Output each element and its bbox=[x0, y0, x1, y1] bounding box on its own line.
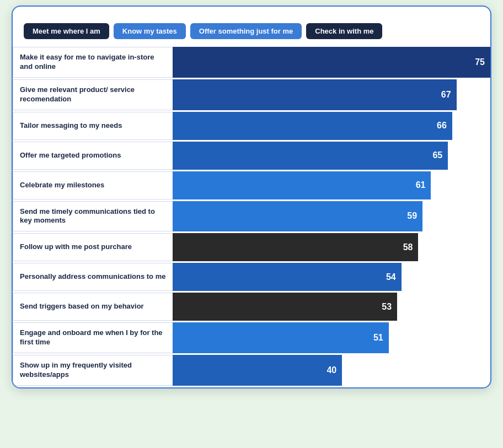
bar-row: Personally address communications to me5… bbox=[13, 263, 490, 293]
bar-value: 65 bbox=[432, 150, 448, 160]
bar-row: Send me timely communications tied to ke… bbox=[13, 201, 490, 234]
main-container: Meet me where I amKnow my tastesOffer so… bbox=[12, 6, 491, 388]
bar-container: 59 bbox=[173, 201, 490, 232]
header: Meet me where I amKnow my tastesOffer so… bbox=[13, 7, 490, 47]
tab-know[interactable]: Know my tastes bbox=[114, 23, 186, 39]
bar-row: Follow up with me post purchare58 bbox=[13, 233, 490, 263]
tab-check[interactable]: Check in with me bbox=[306, 23, 382, 39]
bar-row: Celebrate my milestones61 bbox=[13, 171, 490, 201]
bar-row: Engage and onboard me when I by for the … bbox=[13, 322, 490, 355]
bar-value: 67 bbox=[441, 90, 457, 100]
bar-container: 53 bbox=[173, 293, 490, 321]
bar-row: Offer me targeted promotions65 bbox=[13, 142, 490, 171]
bar-row: Send triggers based on my behavior53 bbox=[13, 293, 490, 322]
bar-value: 75 bbox=[475, 57, 490, 67]
bar-label: Personally address communications to me bbox=[13, 263, 173, 291]
bar-container: 65 bbox=[173, 142, 490, 170]
bar-value: 54 bbox=[386, 272, 402, 282]
bar-value: 59 bbox=[407, 211, 422, 221]
bar-label: Engage and onboard me when I by for the … bbox=[13, 322, 173, 353]
bar-row: Give me relevant product/ service recome… bbox=[13, 79, 490, 112]
bar-label: Celebrate my milestones bbox=[13, 171, 173, 199]
bar-container: 66 bbox=[173, 112, 490, 140]
tab-offer[interactable]: Offer something just for me bbox=[190, 23, 302, 39]
bar-label: Tailor messaging to my needs bbox=[13, 112, 173, 140]
bar-label: Show up in my frequently visited website… bbox=[13, 355, 173, 386]
bar-value: 61 bbox=[416, 180, 431, 190]
bar-label: Send me timely communications tied to ke… bbox=[13, 201, 173, 232]
bar-label: Offer me targeted promotions bbox=[13, 142, 173, 170]
bar-container: 54 bbox=[173, 263, 490, 291]
bar-row: Make it easy for me to navigate in-store… bbox=[13, 47, 490, 79]
bar-value: 53 bbox=[382, 302, 397, 312]
tab-meet[interactable]: Meet me where I am bbox=[24, 23, 109, 39]
bar-container: 58 bbox=[173, 233, 490, 261]
bar-container: 51 bbox=[173, 322, 490, 353]
bar-container: 61 bbox=[173, 171, 490, 199]
chart-area: Make it easy for me to navigate in-store… bbox=[13, 47, 490, 387]
bar-label: Make it easy for me to navigate in-store… bbox=[13, 47, 173, 78]
bar-label: Send triggers based on my behavior bbox=[13, 293, 173, 321]
tab-group: Meet me where I amKnow my tastesOffer so… bbox=[24, 23, 479, 39]
bar-row: Show up in my frequently visited website… bbox=[13, 355, 490, 387]
bar-value: 66 bbox=[437, 121, 452, 131]
bar-container: 75 bbox=[173, 47, 490, 78]
bar-row: Tailor messaging to my needs66 bbox=[13, 112, 490, 142]
bar-value: 58 bbox=[403, 242, 419, 252]
bar-container: 67 bbox=[173, 79, 490, 110]
bar-value: 51 bbox=[373, 333, 389, 343]
bar-label: Follow up with me post purchare bbox=[13, 233, 173, 261]
bar-container: 40 bbox=[173, 355, 490, 386]
bar-label: Give me relevant product/ service recome… bbox=[13, 79, 173, 110]
bar-value: 40 bbox=[327, 365, 342, 375]
